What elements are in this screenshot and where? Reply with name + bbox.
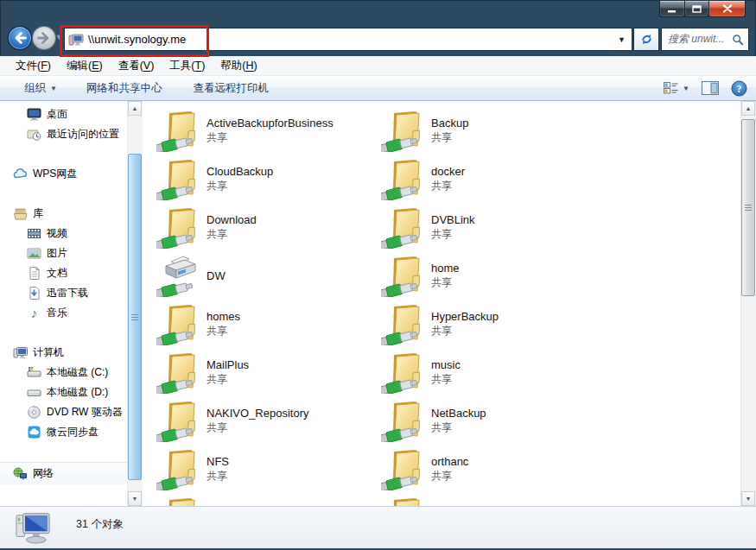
file-item[interactable]: ActiveBackupforBusiness 共享 xyxy=(156,106,381,155)
file-item[interactable]: Backup 共享 xyxy=(381,106,606,155)
menu-access-key: E xyxy=(92,60,98,72)
file-item-icon xyxy=(381,496,428,506)
history-dropdown-arrow[interactable]: ▼ xyxy=(55,34,63,41)
search-icon[interactable] xyxy=(732,34,744,46)
file-item[interactable] xyxy=(156,493,381,506)
minimize-button[interactable] xyxy=(659,1,685,17)
preview-pane-button[interactable] xyxy=(702,81,719,95)
sidebar-item[interactable]: 文档 xyxy=(0,263,127,283)
menu-label: ) xyxy=(254,60,257,72)
scroll-up-arrow[interactable]: ▲ xyxy=(741,101,755,116)
scroll-down-arrow[interactable]: ▼ xyxy=(128,491,142,506)
sidebar-spacer xyxy=(0,323,127,343)
file-item[interactable]: orthanc 共享 xyxy=(381,445,606,493)
file-name: home xyxy=(431,262,460,275)
title-bar[interactable] xyxy=(0,0,756,24)
sidebar-item[interactable]: 视频 xyxy=(0,224,127,243)
sidebar-item[interactable]: WPS网盘 xyxy=(0,164,127,184)
file-item-icon xyxy=(381,447,428,490)
sidebar-scrollbar[interactable]: ▲ ▼ xyxy=(127,101,143,506)
main-scrollbar[interactable]: ▲ ▼ xyxy=(740,101,756,506)
sidebar-item[interactable]: 微云同步盘 xyxy=(0,422,127,442)
menu-tools[interactable]: 工具(T) xyxy=(162,56,213,75)
network-sharing-center-button[interactable]: 网络和共享中心 xyxy=(81,79,168,98)
sidebar-item-icon xyxy=(27,286,41,300)
address-dropdown-arrow[interactable]: ▼ xyxy=(618,35,626,44)
sidebar-item-label: DVD RW 驱动器 xyxy=(47,405,123,420)
file-item[interactable]: music 共享 xyxy=(381,348,606,396)
forward-button[interactable] xyxy=(31,25,57,51)
menu-access-key: H xyxy=(246,60,254,72)
sidebar-item[interactable]: DVD RW 驱动器 xyxy=(0,402,127,422)
sidebar-spacer xyxy=(0,442,127,462)
file-item[interactable]: Download 共享 xyxy=(156,203,381,251)
file-item[interactable]: home 共享 xyxy=(381,251,606,300)
sidebar-item[interactable]: 库 xyxy=(0,204,127,224)
file-item-icon xyxy=(381,254,428,297)
sidebar-item-icon xyxy=(27,425,41,439)
refresh-button[interactable] xyxy=(633,28,659,51)
file-item[interactable]: NetBackup 共享 xyxy=(381,396,606,445)
file-item[interactable]: DW xyxy=(156,251,381,300)
file-shared-label: 共享 xyxy=(206,324,240,338)
file-item[interactable]: CloudBackup 共享 xyxy=(156,155,381,203)
sidebar-item[interactable]: 本地磁盘 (D:) xyxy=(0,382,127,402)
maximize-button[interactable] xyxy=(684,1,709,17)
menu-bar: 文件(F) 编辑(E) 查看(V) 工具(T) 帮助(H) xyxy=(0,56,756,76)
menu-help[interactable]: 帮助(H) xyxy=(213,56,264,75)
file-shared-label: 共享 xyxy=(431,227,475,242)
file-shared-label: 共享 xyxy=(431,469,468,484)
file-shared-label: 共享 xyxy=(206,227,257,242)
scroll-down-arrow[interactable]: ▼ xyxy=(741,491,755,506)
file-item[interactable] xyxy=(381,493,606,506)
file-item-icon xyxy=(156,109,203,152)
file-item[interactable]: MailPlus 共享 xyxy=(156,348,381,396)
help-icon: ? xyxy=(731,80,747,97)
scroll-up-arrow[interactable]: ▲ xyxy=(128,101,142,116)
main-scrollbar-thumb[interactable] xyxy=(741,119,755,296)
address-bar[interactable]: \\unwit.synology.me ▼ xyxy=(64,28,632,51)
file-item[interactable]: HyperBackup 共享 xyxy=(381,300,606,348)
sidebar-item-icon xyxy=(27,226,41,241)
close-button[interactable] xyxy=(708,1,746,17)
sidebar-item[interactable]: 本地磁盘 (C:) xyxy=(0,363,127,382)
organize-button[interactable]: 组织 ▼ xyxy=(19,79,62,98)
file-item[interactable]: homes 共享 xyxy=(156,300,381,348)
sidebar-item-icon xyxy=(13,345,28,360)
sidebar-scrollbar-thumb[interactable] xyxy=(128,154,142,480)
sidebar-item[interactable]: 计算机 xyxy=(0,343,127,363)
file-item[interactable]: NFS 共享 xyxy=(156,445,381,493)
file-item-icon xyxy=(156,254,203,297)
menu-label: ) xyxy=(201,60,205,72)
back-button[interactable] xyxy=(7,25,33,51)
command-bar: 组织 ▼ 网络和共享中心 查看远程打印机 ▼ xyxy=(0,76,756,101)
search-placeholder-text: 搜索 unwit... xyxy=(668,32,732,47)
file-name: homes xyxy=(206,310,240,323)
file-item[interactable]: docker 共享 xyxy=(381,155,606,203)
search-box[interactable]: 搜索 unwit... xyxy=(661,28,749,51)
menu-view[interactable]: 查看(V) xyxy=(111,56,162,75)
menu-access-key: F xyxy=(41,60,48,72)
address-text: \\unwit.synology.me xyxy=(88,33,186,46)
menu-label: ) xyxy=(150,60,154,72)
menu-file[interactable]: 文件(F) xyxy=(8,56,59,75)
sidebar-item[interactable]: 迅雷下载 xyxy=(0,283,127,303)
view-remote-printers-button[interactable]: 查看远程打印机 xyxy=(187,79,274,98)
views-icon xyxy=(664,82,679,94)
help-button[interactable]: ? xyxy=(731,80,747,97)
sidebar-item[interactable]: 桌面 xyxy=(0,104,127,124)
file-shared-label: 共享 xyxy=(431,275,460,290)
sidebar-item-icon xyxy=(13,206,28,221)
sidebar-item[interactable]: 网络 xyxy=(0,462,127,484)
change-view-button[interactable]: ▼ xyxy=(664,82,689,94)
explorer-window: ▼ \\unwit.synology.me ▼ 搜索 unwit... xyxy=(0,0,756,550)
menu-edit[interactable]: 编辑(E) xyxy=(59,56,111,75)
menu-label: 查看( xyxy=(118,59,143,73)
sidebar-item-label: 微云同步盘 xyxy=(47,425,98,439)
file-item[interactable]: DVBLink 共享 xyxy=(381,203,606,251)
sidebar-item[interactable]: ♪ 音乐 xyxy=(0,303,127,323)
menu-access-key: V xyxy=(143,60,150,72)
sidebar-item[interactable]: 图片 xyxy=(0,243,127,263)
sidebar-item[interactable]: 最近访问的位置 xyxy=(0,124,127,144)
file-item[interactable]: NAKIVO_Repository 共享 xyxy=(156,396,381,445)
